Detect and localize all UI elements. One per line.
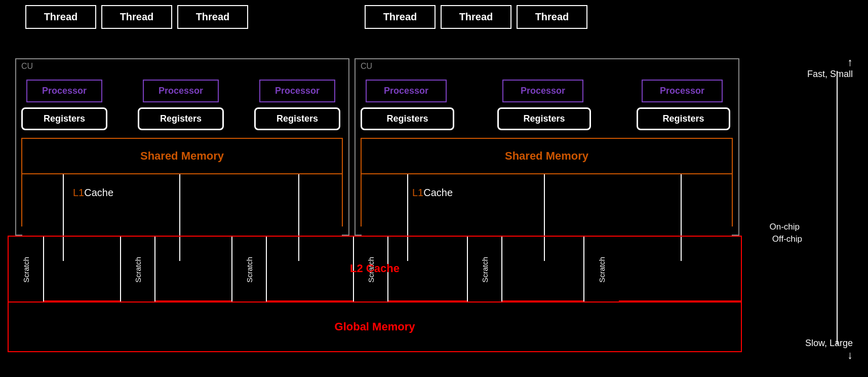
right-cu-label: CU xyxy=(361,62,372,71)
left-processor-2: Processor xyxy=(143,80,219,102)
left-registers-1: Registers xyxy=(21,107,107,130)
left-registers-2: Registers xyxy=(138,107,224,130)
scratch-right-2: Scratch xyxy=(467,237,502,303)
left-processor-3: Processor xyxy=(259,80,335,102)
right-registers-1: Registers xyxy=(361,107,454,130)
right-registers-2: Registers xyxy=(497,107,591,130)
left-cu-label: CU xyxy=(21,62,33,71)
left-registers-3: Registers xyxy=(254,107,340,130)
global-memory-label: Global Memory xyxy=(335,320,415,333)
l2-cache-label: L2 Cache xyxy=(350,262,400,275)
left-shared-memory: Shared Memory xyxy=(22,139,342,174)
right-registers-3: Registers xyxy=(637,107,730,130)
left-processor-1: Processor xyxy=(26,80,102,102)
l2-cache-border: Scratch Scratch Scratch Scratch Scratch … xyxy=(8,236,742,301)
right-thread-2: Thread xyxy=(441,5,511,29)
slow-large-label: Slow, Large ↓ xyxy=(805,338,853,362)
right-processor-2: Processor xyxy=(502,80,583,102)
right-cu-box: CU Processor Processor Processor Registe… xyxy=(354,58,739,236)
right-shared-memory: Shared Memory xyxy=(362,139,732,174)
left-thread-1: Thread xyxy=(25,5,96,29)
right-processor-1: Processor xyxy=(366,80,447,102)
right-shared-l1-container: Shared Memory L1Cache xyxy=(361,138,733,227)
scratch-left-3: Scratch xyxy=(231,237,267,303)
scratch-left-2: Scratch xyxy=(120,237,155,303)
on-chip-label: On-chip xyxy=(769,222,800,232)
left-thread-2: Thread xyxy=(101,5,172,29)
speed-arrow-line xyxy=(837,71,838,345)
left-cu-box: CU Processor Processor Processor Registe… xyxy=(15,58,349,236)
right-processor-3: Processor xyxy=(642,80,723,102)
right-threads-row: Thread Thread Thread xyxy=(365,5,587,29)
off-chip-label: Off-chip xyxy=(772,234,802,244)
fast-small-label: ↑ Fast, Small xyxy=(807,56,853,80)
left-thread-3: Thread xyxy=(177,5,248,29)
right-thread-3: Thread xyxy=(517,5,587,29)
global-memory-border: Global Memory xyxy=(8,301,742,352)
scratch-right-3: Scratch xyxy=(583,237,619,303)
left-l1-label: L1Cache xyxy=(73,187,113,199)
right-thread-1: Thread xyxy=(365,5,436,29)
left-shared-l1-container: Shared Memory L1Cache xyxy=(21,138,343,227)
left-threads-row: Thread Thread Thread xyxy=(25,5,248,29)
scratch-left-1: Scratch xyxy=(9,237,44,303)
right-l1-label: L1Cache xyxy=(412,187,453,199)
